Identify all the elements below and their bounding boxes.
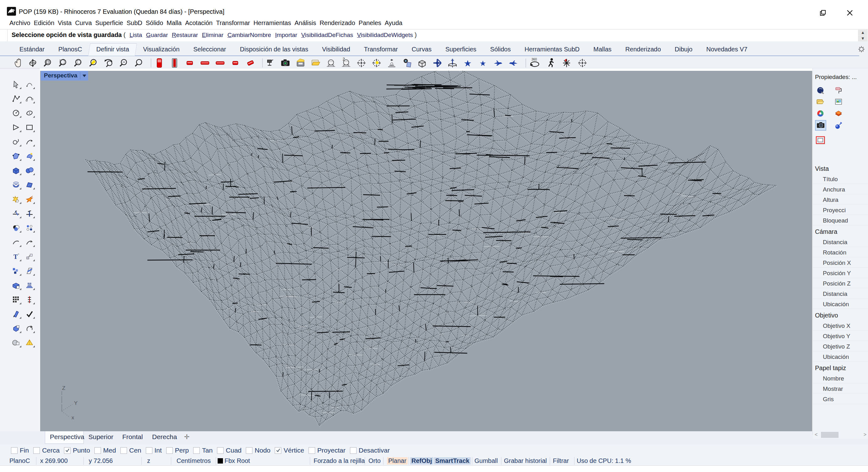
svg-text:T: T — [13, 253, 18, 260]
svg-text:Y: Y — [74, 400, 78, 406]
svg-text:360: 360 — [531, 58, 537, 61]
svg-text:Z: Z — [62, 385, 65, 391]
svg-text:2: 2 — [342, 57, 345, 61]
svg-text:x: x — [71, 415, 74, 420]
